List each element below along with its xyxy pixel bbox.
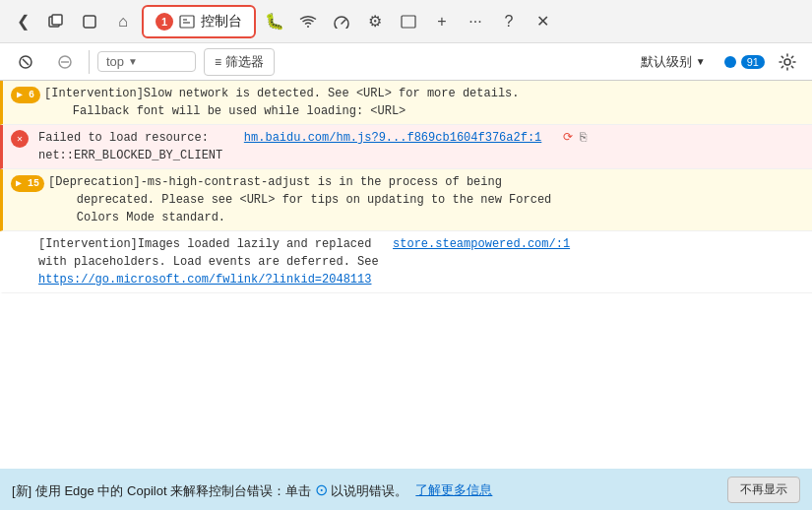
wifi-btn[interactable] <box>293 7 323 36</box>
row-icon-1: ▶ 6 <box>11 86 40 103</box>
browser-toolbar: ❮ ⌂ 1 控制台 🐛 ⚙ <box>0 0 812 43</box>
block-btn[interactable] <box>49 50 81 74</box>
error-link-1[interactable]: hm.baidu.com/hm.js?9...f869cb1604f376a2f… <box>244 131 541 145</box>
copy-icon-inline[interactable]: ⎘ <box>580 131 587 145</box>
intervention-link-2[interactable]: https://go.microsoft.com/fwlink/?linkid=… <box>38 273 371 287</box>
inspect-icon <box>401 14 416 30</box>
intervention-link-1[interactable]: store.steampowered.com/:1 <box>393 237 570 251</box>
wifi-icon <box>299 15 317 29</box>
devtools-toolbar: top ▼ ≡ 筛选器 默认级别 ▼ 91 <box>0 43 812 81</box>
badge-area: 91 <box>723 55 765 69</box>
refresh-icon-inline: ⟳ <box>563 131 573 145</box>
tab-close-btn[interactable] <box>75 7 104 36</box>
row-text-3: [Deprecation]-ms-high-contrast-adjust is… <box>48 173 804 226</box>
tab-dup-btn[interactable] <box>41 7 71 36</box>
filter-selector-btn[interactable]: ≡ 筛选器 <box>204 48 275 76</box>
svg-rect-1 <box>52 15 62 25</box>
inspect-btn[interactable] <box>394 7 423 36</box>
svg-rect-8 <box>402 16 415 28</box>
console-area: ▶ 6 [Intervention]Slow network is detect… <box>0 81 812 469</box>
performance-icon <box>333 15 350 29</box>
console-icon <box>179 14 195 30</box>
message-icon <box>723 55 737 69</box>
devtools-settings-btn[interactable] <box>773 47 802 77</box>
no-show-btn[interactable]: 不再显示 <box>727 477 800 503</box>
clear-icon <box>18 54 33 70</box>
help-btn[interactable]: ? <box>494 7 524 36</box>
copilot-banner: [新] 使用 Edge 中的 Copilot 来解释控制台错误：单击 ⊙ 以说明… <box>0 469 812 510</box>
settings-btn[interactable]: ⚙ <box>360 7 390 36</box>
row-text-4: [Intervention]Images loaded lazily and r… <box>38 235 804 288</box>
block-icon <box>57 54 73 70</box>
level-dropdown-btn[interactable]: 默认级别 ▼ <box>631 49 716 75</box>
count-badge-15: ▶ 15 <box>11 175 44 192</box>
row-icon-3: ▶ 15 <box>11 174 44 192</box>
level-dropdown-icon: ▼ <box>696 56 706 67</box>
tab-prev-btn[interactable]: ❮ <box>8 7 37 36</box>
copilot-learn-more-link[interactable]: 了解更多信息 <box>415 481 492 499</box>
row-icon-2: ✕ <box>11 130 34 148</box>
clear-btn[interactable] <box>10 50 41 74</box>
filter-label: 筛选器 <box>225 53 264 71</box>
filter-dropdown-icon: ▼ <box>128 56 138 67</box>
console-tab[interactable]: 1 控制台 <box>142 5 256 38</box>
row-text-1: [Intervention]Slow network is detected. … <box>44 85 804 120</box>
svg-rect-2 <box>84 16 95 28</box>
copilot-banner-text: [新] 使用 Edge 中的 Copilot 来解释控制台错误：单击 ⊙ 以说明… <box>12 480 407 500</box>
svg-rect-3 <box>180 16 194 28</box>
more-btn[interactable]: ··· <box>461 7 490 36</box>
filter-icon: top <box>106 54 124 69</box>
devtools-close-btn[interactable]: ✕ <box>528 7 557 36</box>
debug-btn[interactable]: 🐛 <box>260 7 289 36</box>
console-row-4: [Intervention]Images loaded lazily and r… <box>0 231 812 293</box>
copilot-icon: ⊙ <box>315 481 328 498</box>
console-row-3: ▶ 15 [Deprecation]-ms-high-contrast-adju… <box>0 169 812 231</box>
level-label: 默认级别 <box>641 53 692 71</box>
count-badge-6: ▶ 6 <box>11 87 40 103</box>
filter-area[interactable]: top ▼ <box>97 51 196 72</box>
gear-icon <box>779 53 796 71</box>
message-count-badge: 91 <box>741 55 765 69</box>
console-tab-label: 控制台 <box>201 13 242 31</box>
toolbar-separator-1 <box>89 50 90 74</box>
svg-line-10 <box>23 59 29 65</box>
filter-lines-icon: ≡ <box>215 55 221 69</box>
performance-btn[interactable] <box>327 7 356 36</box>
tab-badge: 1 <box>156 13 173 31</box>
svg-point-13 <box>724 56 736 68</box>
console-row-2: ✕ Failed to load resource: hm.baidu.com/… <box>0 125 812 169</box>
row-text-2: Failed to load resource: hm.baidu.com/hm… <box>38 129 804 164</box>
svg-line-7 <box>342 20 345 24</box>
error-icon-1: ✕ <box>11 130 29 148</box>
svg-point-14 <box>784 59 790 65</box>
console-row-1: ▶ 6 [Intervention]Slow network is detect… <box>0 81 812 125</box>
home-btn[interactable]: ⌂ <box>108 7 138 36</box>
add-panel-btn[interactable]: + <box>427 7 457 36</box>
